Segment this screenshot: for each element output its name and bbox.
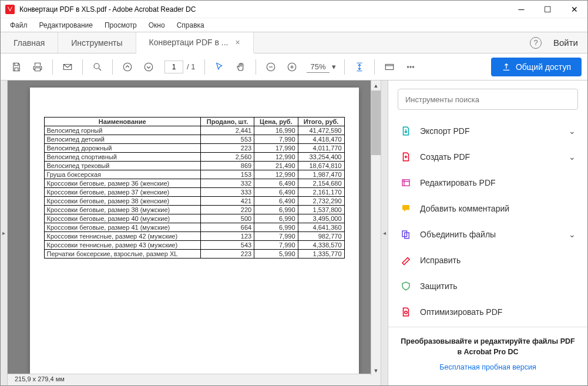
tool-item-protect[interactable]: Защитить — [388, 273, 587, 299]
fit-width-icon[interactable] — [350, 57, 369, 77]
table-row: Кроссовки теннисные, размер 42 (мужские)… — [44, 232, 344, 241]
table-row: Кроссовки беговые, размер 38 (мужские)22… — [44, 206, 344, 214]
tab-close-icon[interactable]: × — [235, 38, 240, 47]
svg-point-0 — [94, 63, 99, 69]
app-icon — [5, 5, 15, 14]
status-bar: 215,9 x 279,4 мм — [8, 374, 381, 385]
minimize-button[interactable]: ─ — [508, 1, 535, 18]
tools-panel: Экспорт PDF⌄Создать PDF⌄Редактировать PD… — [388, 80, 587, 385]
tool-item-comment[interactable]: Добавить комментарий — [388, 196, 587, 221]
tool-label: Добавить комментарий — [420, 204, 509, 213]
scroll-down-arrow[interactable]: ▼ — [371, 365, 381, 375]
table-row: Кроссовки теннисные, размер 43 (мужские)… — [44, 241, 344, 250]
tool-item-export[interactable]: Экспорт PDF⌄ — [388, 118, 587, 144]
menubar: Файл Редактирование Просмотр Окно Справк… — [1, 18, 587, 32]
page-down-icon[interactable] — [139, 57, 159, 77]
tool-label: Создать PDF — [420, 152, 470, 162]
svg-point-7 — [409, 66, 411, 67]
window-title: Конвертаци PDF в XLS.pdf - Adobe Acrobat… — [19, 5, 508, 14]
protect-icon — [400, 280, 412, 292]
zoom-out-icon[interactable] — [261, 57, 281, 77]
promo-text: Преобразовывайте и редактируйте файлы PD… — [400, 337, 576, 357]
print-icon[interactable] — [28, 57, 48, 77]
data-table: НаименованиеПродано, шт.Цена, руб.Итого,… — [44, 117, 345, 259]
tab-tools[interactable]: Инструменты — [58, 32, 136, 53]
tool-item-combine[interactable]: Объединить файлы⌄ — [388, 221, 587, 247]
tool-item-create[interactable]: Создать PDF⌄ — [388, 144, 587, 170]
menu-file[interactable]: Файл — [5, 19, 32, 31]
comment-icon — [400, 203, 412, 214]
svg-point-8 — [412, 66, 414, 67]
login-button[interactable]: Войти — [553, 38, 578, 48]
table-row: Велосипед дорожный22317,9904,011,770 — [44, 144, 344, 153]
tabbar: Главная Инструменты Конвертаци PDF в ...… — [1, 32, 587, 53]
toolbar: / 1 75% ▾ Общий доступ — [1, 53, 587, 80]
svg-point-12 — [405, 311, 408, 314]
svg-point-6 — [407, 66, 408, 67]
menu-help[interactable]: Справка — [172, 19, 209, 31]
scroll-up-arrow[interactable]: ▲ — [371, 80, 381, 90]
tools-search-input[interactable] — [398, 89, 578, 110]
titlebar: Конвертаци PDF в XLS.pdf - Adobe Acrobat… — [1, 1, 587, 18]
tab-document[interactable]: Конвертаци PDF в ... × — [136, 32, 254, 53]
tool-label: Редактировать PDF — [420, 178, 496, 187]
tool-item-edit[interactable]: Редактировать PDF — [388, 170, 587, 196]
chevron-down-icon: ⌄ — [569, 230, 576, 239]
chevron-down-icon: ▾ — [332, 62, 336, 71]
table-row: Велосипед горный2,44116,99041,472,590 — [44, 126, 344, 135]
combine-icon — [400, 229, 412, 240]
create-icon — [400, 151, 412, 163]
close-button[interactable]: ✕ — [561, 1, 587, 18]
share-button[interactable]: Общий доступ — [491, 58, 582, 76]
scroll-thumb[interactable] — [371, 90, 381, 155]
trial-link[interactable]: Бесплатная пробная версия — [400, 363, 576, 371]
chevron-down-icon: ⌄ — [569, 126, 576, 136]
table-row: Велосипед спортивный2,56012,99033,254,40… — [44, 153, 344, 162]
more-icon[interactable] — [401, 57, 421, 77]
tab-home[interactable]: Главная — [1, 32, 58, 53]
redact-icon — [400, 254, 412, 266]
zoom-dropdown[interactable]: 75% ▾ — [307, 61, 335, 73]
tool-label: Объединить файлы — [420, 230, 496, 239]
menu-view[interactable]: Просмотр — [100, 19, 142, 31]
read-mode-icon[interactable] — [379, 57, 399, 77]
help-icon[interactable]: ? — [530, 37, 542, 49]
vertical-scrollbar[interactable]: ▲ ▼ — [371, 80, 381, 375]
table-header: Наименование — [44, 118, 200, 126]
zoom-in-icon[interactable] — [282, 57, 302, 77]
menu-window[interactable]: Окно — [144, 19, 170, 31]
table-row: Кроссовки беговые, размер 41 (мужские)66… — [44, 223, 344, 232]
page-total: / 1 — [187, 62, 195, 71]
page-current-input[interactable] — [164, 61, 183, 73]
table-row: Кроссовки беговые, размер 40 (мужские)50… — [44, 214, 344, 223]
left-panel-toggle[interactable]: ▸ — [1, 80, 8, 385]
tool-item-optimize[interactable]: Оптимизировать PDF — [388, 299, 587, 325]
tool-label: Экспорт PDF — [420, 126, 470, 136]
right-panel-toggle[interactable]: ◂ — [381, 80, 388, 385]
chevron-down-icon: ⌄ — [569, 152, 576, 162]
edit-icon — [400, 177, 412, 189]
table-row: Велосипед трековый86921,49018,674,810 — [44, 162, 344, 170]
menu-edit[interactable]: Редактирование — [35, 19, 98, 31]
tool-item-redact[interactable]: Исправить — [388, 247, 587, 273]
upload-icon — [502, 62, 511, 72]
svg-rect-9 — [402, 180, 409, 186]
table-row: Велосипед детский5537,9904,418,470 — [44, 135, 344, 144]
table-row: Перчатки боксерские, взрослые, размер XL… — [44, 250, 344, 259]
hand-tool-icon[interactable] — [231, 57, 251, 77]
tool-label: Оптимизировать PDF — [420, 307, 502, 317]
page-up-icon[interactable] — [117, 57, 137, 77]
maximize-button[interactable]: ☐ — [535, 1, 561, 18]
table-row: Кроссовки беговые, размер 37 (женские)33… — [44, 188, 344, 197]
table-header: Цена, руб. — [254, 118, 298, 126]
document-area: НаименованиеПродано, шт.Цена, руб.Итого,… — [8, 80, 381, 385]
select-tool-icon[interactable] — [210, 57, 230, 77]
save-icon[interactable] — [6, 57, 26, 77]
table-row: Груша боксерская15312,9901,987,470 — [44, 170, 344, 179]
table-row: Кроссовки беговые, размер 36 (женские)33… — [44, 179, 344, 188]
zoom-find-icon[interactable] — [88, 57, 107, 77]
mail-icon[interactable] — [58, 57, 78, 77]
page-indicator: / 1 — [164, 61, 195, 73]
table-row: Кроссовки беговые, размер 38 (женские)42… — [44, 197, 344, 206]
document-viewport[interactable]: НаименованиеПродано, шт.Цена, руб.Итого,… — [8, 80, 381, 374]
